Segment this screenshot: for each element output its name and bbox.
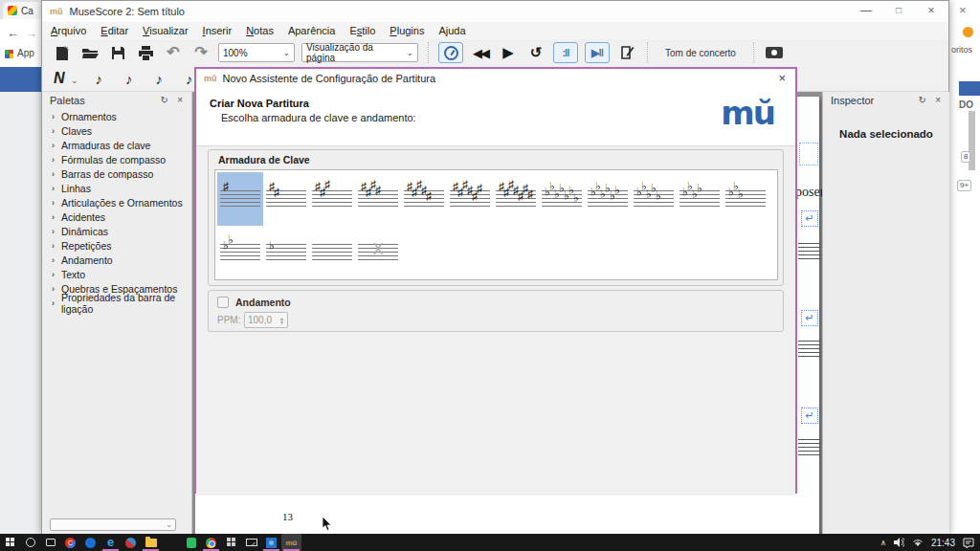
browser-tab[interactable]: Ca <box>3 2 44 19</box>
key-signature-6-sharps[interactable]: ♯♯♯♯♯♯ <box>447 172 493 226</box>
palette-item[interactable]: ›Fórmulas de compasso <box>42 152 191 166</box>
palette-item[interactable]: ›Ornamentos <box>42 109 191 123</box>
palette-item[interactable]: ›Armaduras de clave <box>42 138 191 152</box>
taskbar-cortana-icon[interactable] <box>20 534 40 551</box>
browser-forward-icon[interactable]: → <box>25 26 37 40</box>
palette-item[interactable]: ›Propriedades da barra de ligação <box>42 296 191 310</box>
key-signature-2-sharps[interactable]: ♯♯ <box>263 172 309 226</box>
palettes-float-icon[interactable]: ↻ <box>161 95 168 105</box>
key-signature-3-sharps[interactable]: ♯♯♯ <box>309 172 355 226</box>
menu-inserir[interactable]: Inserir <box>203 25 233 36</box>
key-signature-no-accidentals[interactable] <box>309 226 355 279</box>
browser-back-icon[interactable]: ← <box>7 26 19 40</box>
note-input-button[interactable]: N ⌄ <box>54 70 78 87</box>
taskbar-start-icon[interactable] <box>0 534 20 551</box>
palette-item[interactable]: ›Claves <box>42 123 191 138</box>
palette-item[interactable]: ›Linhas <box>42 181 191 195</box>
rewind-button[interactable]: ◀◀ <box>470 43 491 62</box>
wifi-icon[interactable] <box>912 539 924 547</box>
browser-close-icon[interactable]: × <box>959 3 967 17</box>
spinner-arrows-icon[interactable]: ▲▼ <box>279 317 284 324</box>
palette-item[interactable]: ›Texto <box>42 267 191 281</box>
apps-label[interactable]: App <box>17 48 34 58</box>
palette-item[interactable]: ›Acidentes <box>42 209 191 224</box>
16th-note-icon[interactable]: ♪ <box>156 71 164 87</box>
key-signature-7-flats[interactable]: ♭♭♭♭♭♭♭ <box>539 172 585 226</box>
key-signature-6-flats[interactable]: ♭♭♭♭♭♭ <box>585 172 631 226</box>
palette-item[interactable]: ›Articulações e Ornamentos <box>42 195 191 209</box>
play-repeats-button[interactable]: :‖ <box>553 42 578 63</box>
maximize-button[interactable]: □ <box>884 1 913 22</box>
menu-editar[interactable]: Editar <box>100 25 128 36</box>
key-signature-2-flats[interactable]: ♭♭ <box>217 226 263 279</box>
palettes-close-icon[interactable]: × <box>177 95 183 105</box>
ppm-label: PPM: <box>217 315 240 325</box>
taskbar-evernote-icon[interactable] <box>181 534 201 551</box>
menu-ajuda[interactable]: Ajuda <box>438 25 465 36</box>
palette-item[interactable]: ›Dinâmicas <box>42 224 191 238</box>
taskbar-paint-red-icon[interactable] <box>121 534 141 551</box>
key-signature-1-sharp[interactable]: ♯ <box>217 172 263 226</box>
play-button[interactable]: ▶ <box>498 43 519 62</box>
action-center-icon[interactable] <box>963 538 974 548</box>
menu-aparencia[interactable]: Aparência <box>288 25 336 36</box>
menu-plugins[interactable]: Plugins <box>390 25 424 36</box>
menu-arquivo[interactable]: Arquivo <box>51 25 86 36</box>
key-signature-4-sharps[interactable]: ♯♯♯♯ <box>355 172 401 226</box>
taskbar-file-explorer-icon[interactable] <box>141 534 161 551</box>
taskbar-musescore-icon[interactable]: mŭ <box>281 534 301 551</box>
8th-note-icon[interactable]: ♪ <box>186 71 193 87</box>
screenshot-icon[interactable] <box>764 43 785 62</box>
taskbar-edge-icon[interactable]: e <box>100 534 121 551</box>
apps-grid-icon[interactable] <box>5 50 13 58</box>
taskbar-task-view-icon[interactable] <box>40 534 60 551</box>
32nd-note-icon[interactable]: ♪ <box>125 71 133 87</box>
key-signature-3-flats[interactable]: ♭♭♭ <box>723 172 768 226</box>
clock[interactable]: 21:43 <box>931 538 955 548</box>
menu-estilo[interactable]: Estilo <box>349 25 375 36</box>
palette-item[interactable]: ›Repetições <box>42 238 191 253</box>
taskbar-ccleaner-icon[interactable]: C <box>60 534 80 551</box>
key-signature-5-flats[interactable]: ♭♭♭♭♭ <box>631 172 677 226</box>
tray-expand-icon[interactable]: ∧ <box>880 539 886 547</box>
zoom-select[interactable]: 100% ⌄ <box>218 43 295 62</box>
print-icon[interactable] <box>135 43 156 62</box>
inspector-close-icon[interactable]: × <box>935 95 941 105</box>
redo-icon[interactable]: ↷ <box>190 43 212 62</box>
new-score-icon[interactable] <box>52 43 73 62</box>
save-icon[interactable] <box>107 43 128 62</box>
volume-icon[interactable] <box>894 538 904 547</box>
tempo-checkbox[interactable] <box>217 297 229 308</box>
pan-playback-button[interactable]: ▶‖ <box>585 42 610 63</box>
inspector-float-icon[interactable]: ↻ <box>919 95 926 105</box>
undo-icon[interactable]: ↶ <box>163 43 184 62</box>
key-signature-7-sharps[interactable]: ♯♯♯♯♯♯♯ <box>493 172 539 226</box>
play-panel-button[interactable] <box>438 42 463 63</box>
key-signature-1-flat[interactable]: ♭ <box>263 226 309 279</box>
menu-notas[interactable]: Notas <box>246 25 274 36</box>
taskbar-photos-icon[interactable] <box>261 534 281 551</box>
taskbar-office-icon[interactable] <box>221 534 241 551</box>
palette-bottom-select[interactable]: ⌄ <box>50 518 176 531</box>
taskbar-alarms-icon[interactable] <box>161 534 181 551</box>
view-mode-select[interactable]: Visualização da página ⌄ <box>301 43 418 62</box>
close-button[interactable]: × <box>917 1 946 22</box>
concert-pitch-toggle[interactable]: Tom de concerto <box>657 48 744 58</box>
menu-visualizar[interactable]: Visualizar <box>143 25 189 36</box>
edit-mode-icon[interactable] <box>616 43 637 62</box>
key-signature-4-flats[interactable]: ♭♭♭♭ <box>677 172 723 226</box>
minimize-button[interactable]: — <box>852 1 880 22</box>
loop-playback-button[interactable]: ↺ <box>525 43 546 62</box>
palette-item[interactable]: ›Barras de compasso <box>42 166 191 181</box>
dialog-close-icon[interactable]: × <box>778 71 786 85</box>
favorites-icon[interactable] <box>963 27 973 37</box>
64th-note-icon[interactable]: ♪ <box>96 71 103 87</box>
key-signature-open-atonal[interactable]: X <box>355 226 401 279</box>
ppm-spinner[interactable]: 100,0 ▲▼ <box>244 312 288 328</box>
key-signature-5-sharps[interactable]: ♯♯♯♯♯ <box>401 172 447 226</box>
taskbar-mail-icon[interactable] <box>241 534 261 551</box>
open-file-icon[interactable] <box>79 43 100 62</box>
taskbar-app-blue-icon[interactable] <box>80 534 100 551</box>
palette-item[interactable]: ›Andamento <box>42 253 191 267</box>
taskbar-chrome-icon[interactable] <box>201 534 221 551</box>
